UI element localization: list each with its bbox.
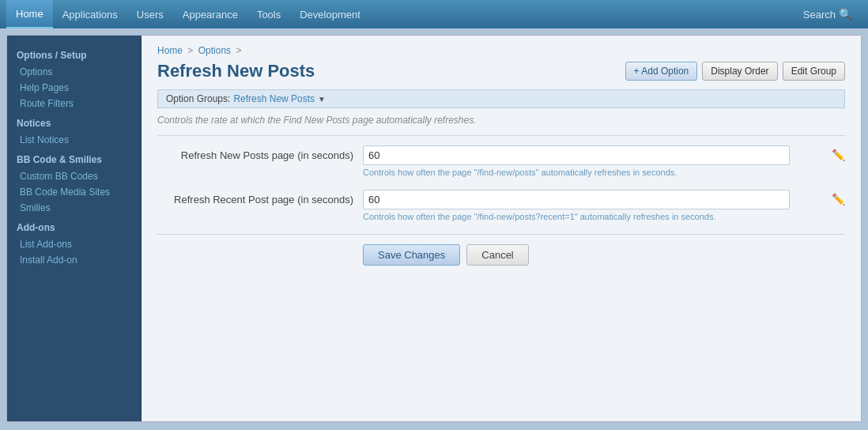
refresh-new-posts-input[interactable] [363,145,790,165]
sidebar-section-options-setup: Options / Setup [7,43,141,64]
breadcrumb: Home > Options > [157,45,845,56]
field-refresh-new-posts-hint: Controls how often the page "/find-new/p… [363,168,827,177]
refresh-recent-post-input[interactable] [363,190,790,209]
sidebar-item-bb-code-media-sites[interactable]: BB Code Media Sites [7,184,141,200]
sidebar-item-options[interactable]: Options [7,64,141,80]
sidebar: Options / Setup Options Help Pages Route… [7,36,142,421]
header-buttons: + Add Option Display Order Edit Group [625,62,845,81]
page-header: Refresh New Posts + Add Option Display O… [157,61,845,81]
nav-item-appearance[interactable]: Appearance [173,0,247,28]
top-nav: Home Applications Users Appearance Tools… [0,0,868,28]
divider-bottom [157,234,845,235]
nav-item-users[interactable]: Users [127,0,173,28]
display-order-button[interactable]: Display Order [702,62,777,81]
field-refresh-recent-post-input-col: Controls how often the page "/find-new/p… [363,190,827,221]
search-icon: 🔍 [839,8,852,21]
field-refresh-recent-post-label: Refresh Recent Post page (in seconds) [157,190,363,206]
sidebar-item-custom-bb-codes[interactable]: Custom BB Codes [7,168,141,184]
option-group-bar: Option Groups: Refresh New Posts ▼ [157,89,845,108]
sidebar-section-bbcode: BB Code & Smilies [7,148,141,168]
form-buttons: Save Changes Cancel [157,244,845,266]
edit-group-button[interactable]: Edit Group [783,62,845,81]
sidebar-item-list-addons[interactable]: List Add-ons [7,236,141,252]
nav-item-applications[interactable]: Applications [53,0,127,28]
field-refresh-recent-post: Refresh Recent Post page (in seconds) Co… [157,190,845,221]
sidebar-section-addons: Add-ons [7,216,141,236]
refresh-recent-post-edit-icon[interactable]: ✏️ [832,193,845,206]
breadcrumb-home[interactable]: Home [157,45,183,56]
dropdown-arrow-icon[interactable]: ▼ [318,95,326,104]
field-refresh-new-posts-label: Refresh New Posts page (in seconds) [157,145,363,161]
nav-item-tools[interactable]: Tools [247,0,290,28]
add-option-button[interactable]: + Add Option [625,62,698,81]
sidebar-item-help-pages[interactable]: Help Pages [7,80,141,96]
sidebar-item-route-filters[interactable]: Route Filters [7,96,141,111]
field-refresh-recent-post-hint: Controls how often the page "/find-new/p… [363,212,827,221]
content-wrapper: Options / Setup Options Help Pages Route… [6,35,862,422]
cancel-button[interactable]: Cancel [466,244,528,266]
option-group-value[interactable]: Refresh New Posts [233,93,315,104]
sidebar-item-install-addon[interactable]: Install Add-on [7,252,141,268]
option-group-label: Option Groups: [166,93,230,104]
divider-top [157,135,845,136]
nav-item-home[interactable]: Home [6,0,53,28]
sidebar-item-smilies[interactable]: Smilies [7,200,141,216]
save-changes-button[interactable]: Save Changes [363,244,460,266]
page-description: Controls the rate at which the Find New … [157,115,845,126]
sidebar-section-notices: Notices [7,111,141,132]
main-content: Home > Options > Refresh New Posts + Add… [142,36,861,421]
nav-item-development[interactable]: Development [290,0,370,28]
sidebar-item-list-notices[interactable]: List Notices [7,132,141,148]
breadcrumb-options[interactable]: Options [198,45,231,56]
field-refresh-new-posts-input-col: Controls how often the page "/find-new/p… [363,145,827,177]
field-refresh-new-posts: Refresh New Posts page (in seconds) Cont… [157,145,845,177]
refresh-new-posts-edit-icon[interactable]: ✏️ [832,149,845,161]
search-button[interactable]: Search 🔍 [797,0,862,28]
page-title: Refresh New Posts [157,61,315,81]
